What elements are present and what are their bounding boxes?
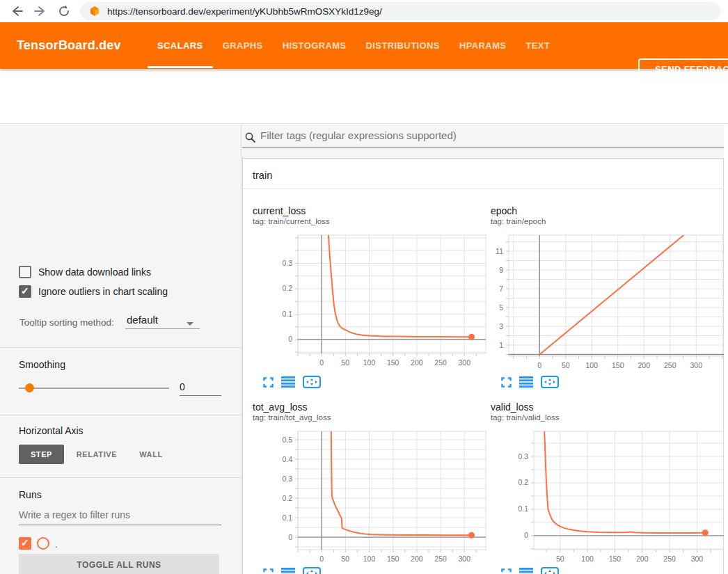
data-table-icon[interactable] — [519, 376, 533, 388]
svg-text:300: 300 — [458, 555, 470, 563]
run-name: . — [55, 539, 58, 550]
svg-text:300: 300 — [691, 555, 704, 563]
expand-icon[interactable] — [263, 568, 274, 574]
svg-text:9: 9 — [499, 266, 503, 274]
axis-wall-button[interactable]: WALL — [134, 445, 168, 464]
svg-text:50: 50 — [562, 361, 570, 369]
svg-text:0: 0 — [537, 361, 541, 369]
tab-distributions[interactable]: DISTRIBUTIONS — [356, 22, 450, 69]
check-icon: ✓ — [21, 537, 29, 548]
settings-sidebar: Show data download links ✓ Ignore outlie… — [0, 125, 242, 574]
scalar-chart-tot-avg-loss[interactable]: 05010015020025030000.10.20.30.40.5 — [244, 424, 487, 574]
app-header: TensorBoard.dev SCALARS GRAPHS HISTOGRAM… — [0, 22, 728, 69]
fit-domain-icon[interactable] — [303, 376, 321, 388]
smoothing-slider-track[interactable] — [19, 388, 169, 389]
show-download-links-checkbox[interactable] — [19, 266, 31, 278]
svg-text:0.4: 0.4 — [282, 455, 292, 463]
smoothing-slider-thumb[interactable] — [25, 383, 34, 392]
expand-icon[interactable] — [501, 377, 512, 388]
data-table-icon[interactable] — [519, 568, 533, 574]
divider — [0, 347, 242, 348]
filter-tags-input[interactable] — [260, 129, 713, 141]
svg-text:0.1: 0.1 — [282, 310, 292, 318]
svg-text:0.5: 0.5 — [282, 436, 292, 444]
chevron-down-icon — [187, 322, 193, 326]
svg-text:200: 200 — [638, 361, 650, 369]
check-icon: ✓ — [21, 285, 29, 296]
svg-text:0.2: 0.2 — [282, 284, 292, 292]
axis-relative-button[interactable]: RELATIVE — [72, 445, 122, 464]
expand-icon[interactable] — [501, 568, 512, 574]
data-table-icon[interactable] — [281, 568, 295, 574]
reload-icon[interactable] — [57, 4, 71, 18]
svg-text:0.2: 0.2 — [518, 478, 528, 486]
show-download-links-label: Show data download links — [38, 266, 151, 278]
data-table-icon[interactable] — [281, 376, 295, 388]
ignore-outliers-checkbox[interactable]: ✓ — [19, 285, 31, 298]
svg-text:100: 100 — [581, 555, 594, 563]
smoothing-value-field[interactable]: 0 — [180, 381, 221, 396]
fit-domain-icon[interactable] — [541, 567, 559, 574]
chart-tag: tag: train/epoch — [491, 217, 546, 225]
fit-domain-icon[interactable] — [303, 567, 321, 574]
svg-text:0: 0 — [288, 335, 292, 343]
tab-scalars[interactable]: SCALARS — [148, 22, 213, 69]
svg-text:0.2: 0.2 — [282, 494, 292, 502]
scalar-chart-current-loss[interactable]: 05010015020025030000.10.20.3 — [244, 228, 487, 370]
svg-text:0: 0 — [288, 533, 292, 541]
back-icon[interactable] — [10, 4, 24, 18]
forward-icon[interactable] — [33, 4, 47, 18]
tooltip-sorting-select[interactable]: default — [125, 314, 200, 329]
expand-icon[interactable] — [263, 377, 274, 388]
tooltip-sorting-label: Tooltip sorting method: — [19, 317, 114, 328]
runs-regex-input[interactable] — [19, 508, 221, 525]
svg-text:300: 300 — [690, 361, 702, 369]
search-icon — [245, 132, 255, 143]
run-color-radio[interactable] — [37, 537, 49, 550]
tensorboard-logo-icon — [89, 6, 100, 17]
svg-text:0.1: 0.1 — [518, 504, 528, 513]
svg-text:0: 0 — [524, 531, 528, 539]
tab-hparams[interactable]: HPARAMS — [450, 22, 516, 69]
scalar-chart-epoch[interactable]: 0501001502002503001357911 — [487, 228, 728, 370]
tab-graphs[interactable]: GRAPHS — [213, 22, 273, 69]
run-checkbox[interactable]: ✓ — [19, 537, 31, 550]
chart-title: tot_avg_loss — [253, 401, 308, 413]
chart-actions — [501, 376, 559, 388]
filter-underline — [242, 147, 724, 148]
svg-text:0.1: 0.1 — [282, 513, 292, 522]
url-bar[interactable]: https://tensorboard.dev/experiment/yKUbh… — [80, 2, 720, 20]
svg-text:0.3: 0.3 — [282, 475, 292, 483]
toggle-all-runs-button[interactable]: TOGGLE ALL RUNS — [19, 554, 219, 574]
svg-text:0.3: 0.3 — [282, 259, 292, 267]
svg-text:0.3: 0.3 — [518, 452, 528, 461]
tag-group-header[interactable] — [242, 158, 724, 189]
chart-actions — [263, 376, 321, 388]
svg-text:100: 100 — [585, 361, 598, 369]
axis-step-button[interactable]: STEP — [19, 445, 64, 464]
chart-tag: tag: train/valid_loss — [491, 413, 559, 422]
tab-text[interactable]: TEXT — [516, 22, 560, 69]
experiment-bar — [0, 69, 728, 124]
svg-text:150: 150 — [612, 361, 624, 369]
scalar-chart-valid-loss[interactable]: 5010015020025030000.10.20.3 — [487, 424, 728, 574]
send-feedback-button[interactable]: SEND FEEDBACK — [638, 58, 728, 80]
chart-tag: tag: train/current_loss — [253, 217, 330, 225]
svg-text:250: 250 — [434, 555, 447, 563]
svg-text:100: 100 — [363, 555, 376, 563]
tab-bar: SCALARS GRAPHS HISTOGRAMS DISTRIBUTIONS … — [148, 22, 560, 69]
svg-text:50: 50 — [556, 555, 564, 563]
svg-text:50: 50 — [342, 358, 350, 367]
smoothing-label: Smoothing — [19, 359, 65, 370]
chart-tag: tag: train/tot_avg_loss — [253, 413, 331, 422]
svg-text:50: 50 — [342, 555, 350, 563]
scrollbar-gutter[interactable] — [724, 125, 728, 574]
svg-text:3: 3 — [499, 322, 503, 330]
svg-text:11: 11 — [496, 247, 503, 255]
tab-histograms[interactable]: HISTOGRAMS — [273, 22, 356, 69]
svg-text:0: 0 — [319, 555, 324, 563]
fit-domain-icon[interactable] — [541, 376, 559, 388]
chart-actions — [263, 567, 321, 574]
ignore-outliers-label: Ignore outliers in chart scaling — [38, 286, 168, 297]
svg-text:300: 300 — [458, 358, 470, 367]
